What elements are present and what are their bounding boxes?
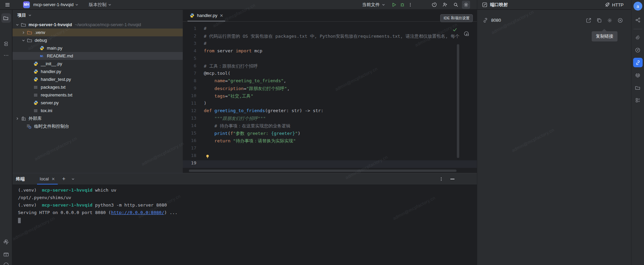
search-everywhere-icon[interactable] [452,1,460,9]
lib-icon [20,116,27,121]
port-mapping-title: 端口映射 [490,2,508,8]
copy-link-icon[interactable] [596,18,602,23]
tree-item-debug[interactable]: debug [13,36,183,44]
problems-tool-button[interactable] [1,260,11,265]
code-line-4[interactable]: 4from server import mcp [183,48,477,56]
tab-handler-py[interactable]: handler.py ✕ [185,10,227,21]
tree-item-scratches[interactable]: 临时文件和控制台 [13,122,183,130]
code-line-5[interactable]: 5 [183,56,477,63]
code-line-16[interactable]: 16 return "待办事项：请替换为实际实现" [183,138,477,145]
code-line-13[interactable]: 13 """跟朋友们打个招呼""" [183,116,477,123]
editor-vertical-scrollbar[interactable] [457,44,459,158]
tree-item-tox-ini[interactable]: tox.ini [13,107,183,114]
code-line-14[interactable]: 14 # 待办事项：在这里实现您的业务逻辑 [183,123,477,130]
new-terminal-icon[interactable]: ＋ [61,175,67,182]
chevron-down-icon[interactable] [15,23,20,26]
open-in-browser-icon[interactable] [586,18,591,23]
close-port-icon[interactable] [618,18,623,23]
scratch-icon [25,124,32,129]
ai-chat-icon[interactable] [463,30,470,37]
terminal-minimize-icon[interactable] [450,179,454,179]
terminal-line-4: Serving HTTP on 0.0.0.0 port 8080 (http:… [18,209,477,216]
port-settings-icon[interactable] [607,18,612,23]
tree-item-external-libraries[interactable]: 外部库 [13,114,183,122]
editor-horizontal-scrollbar[interactable] [189,170,457,172]
bot-tool-button[interactable] [633,70,643,80]
right-tool-rail: a [631,0,644,265]
code-line-6[interactable]: 6# 工具：跟朋友们打个招呼 [183,63,477,71]
debug-button[interactable] [398,1,406,9]
tab-close-icon[interactable]: ✕ [220,13,223,18]
chevron-right-icon[interactable] [21,31,26,34]
project-tool-button[interactable] [1,13,11,23]
copy-link-tooltip: 复制链接 [592,31,618,41]
inspections-ok-icon[interactable] [452,27,457,32]
code-line-10[interactable]: 10 tags="社交,工具" [183,93,477,101]
run-button[interactable] [390,1,398,9]
code-line-11[interactable]: 11) [183,101,477,108]
code-editor[interactable]: 1#2# 代码运行所需的 OS 安装包放在 packages.txt 中, Py… [183,22,477,173]
user-avatar[interactable]: a [633,2,642,11]
code-line-19[interactable]: 19 [183,160,477,168]
code-with-me-icon[interactable] [441,1,449,9]
code-line-3[interactable]: 3# [183,41,477,48]
folder-icon [20,22,27,28]
vcs-selector[interactable]: 版本控制 [89,2,111,8]
terminal-cursor [18,218,21,223]
project-badge: MH [23,1,30,8]
chevron-down-icon[interactable] [21,39,26,42]
settings-icon[interactable] [462,1,470,9]
services-tool-button[interactable] [633,95,643,105]
terminal-line-3: (.venv) mcp-server-1-hvvqid python3 -m h… [18,201,477,209]
code-line-17[interactable]: 17 [183,145,477,153]
files-tool-button[interactable] [633,83,643,92]
tree-item-project-root[interactable]: mcp-server-1-hvvqid~/workspace/mcp-serve… [13,21,183,29]
terminal-tab-local[interactable]: local ✕ [37,173,58,184]
project-panel-header[interactable]: 项目 [13,10,183,21]
terminal-line-1: (.venv) mcp-server-1-hvvqid which uv [18,187,477,194]
ai-assistant-toolbar-icon[interactable] [430,1,438,9]
terminal-line-5 [18,216,477,224]
code-line-18[interactable]: 18 [183,153,477,160]
chevron-right-icon[interactable] [15,117,20,120]
code-line-1[interactable]: 1# [183,26,477,33]
run-configuration-selector[interactable]: 当前文件 [362,2,385,8]
terminal-options-chevron-icon[interactable] [71,177,75,181]
python-console-tool-button[interactable] [1,237,11,247]
terminal-panel: 终端 local ✕ ＋ (.venv) mcp-server-1-hvvqid… [13,173,477,265]
editor-tab-bar: handler.py ✕ [183,10,477,22]
more-actions-icon[interactable] [406,1,414,9]
code-line-8[interactable]: 8 name="greeting_to_friends", [183,78,477,86]
intention-bulb-icon[interactable] [205,154,210,159]
terminal-tab-close-icon[interactable]: ✕ [52,177,55,181]
project-selector[interactable]: mcp-server-1-hvvqid [33,2,78,7]
http-proxy-button[interactable]: HTTP [605,2,624,7]
tree-item-init-py[interactable]: __init__.py [13,60,183,68]
code-line-2[interactable]: 2# 代码运行所需的 OS 安装包放在 packages.txt 中, Pyth… [183,33,477,41]
terminal-link[interactable]: http://0.0.0.0:8080/ [111,210,164,215]
port-mapping-tool-button[interactable] [633,58,643,67]
code-line-12[interactable]: 12def greeting_to_friends(greeter: str) … [183,108,477,116]
chevron-down-icon [382,3,385,6]
more-tools-icon[interactable] [1,51,11,60]
python-packages-tool-button[interactable] [1,249,11,259]
code-line-9[interactable]: 9 description="跟朋友们打个招呼", [183,86,477,93]
structure-tool-button[interactable] [1,39,11,49]
tree-item-venv[interactable]: .venv [13,29,183,36]
main-menu-icon[interactable] [3,1,12,9]
tree-item-readme-md[interactable]: M↓README.md [13,52,183,60]
tree-item-handler-test-py[interactable]: handler_test.py [13,75,183,83]
tree-item-handler-py[interactable]: handler.py [13,68,183,75]
ide-window: MH mcp-server-1-hvvqid 版本控制 当前文件 [0,0,644,265]
code-line-15[interactable]: 15 print(f"参数 greeter: {greeter}") [183,130,477,138]
share-icon[interactable] [633,15,643,25]
code-line-7[interactable]: 7@mcp.tool( [183,71,477,78]
tree-item-server-py[interactable]: server.py [13,99,183,107]
tree-item-packages-txt[interactable]: packages.txt [13,83,183,91]
tree-item-requirements-txt[interactable]: requirements.txt [13,91,183,99]
tree-item-main-py[interactable]: main.py [13,44,183,52]
terminal-more-icon[interactable] [439,177,444,181]
ai-assistant-tool-button[interactable] [633,33,643,42]
profiler-tool-button[interactable] [633,45,643,55]
terminal-output[interactable]: (.venv) mcp-server-1-hvvqid which uv/opt… [13,184,477,224]
